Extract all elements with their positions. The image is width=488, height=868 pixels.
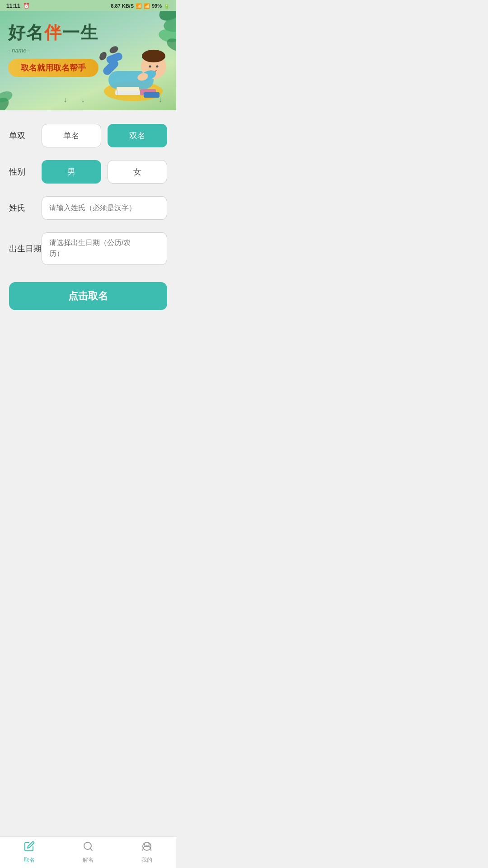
single-name-button[interactable]: 单名 [42, 124, 101, 147]
svg-point-11 [156, 66, 159, 68]
wifi-icon: 📶 [136, 3, 142, 9]
surname-label: 姓氏 [9, 203, 42, 213]
gender-row: 性别 男 女 [9, 160, 167, 184]
double-name-button[interactable]: 双名 [108, 124, 167, 147]
svg-point-10 [149, 66, 151, 68]
form-area: 单双 单名 双名 性别 男 女 姓氏 出生日期 点击取名 [0, 110, 176, 360]
gender-label: 性别 [9, 166, 42, 177]
banner: 好名伴一生 - name - 取名就用取名帮手 ↓ ↓ ↓ [0, 11, 176, 110]
svg-rect-20 [117, 90, 118, 95]
status-bar: 11:11 ⏰ 8.87 KB/S 📶 📶 99% 🔋 [0, 0, 176, 11]
surname-input[interactable] [42, 196, 167, 220]
status-right-area: 8.87 KB/S 📶 📶 99% 🔋 [111, 3, 170, 9]
banner-title-highlight: 伴 [44, 23, 62, 42]
submit-button[interactable]: 点击取名 [9, 282, 167, 310]
banner-title-part1: 好名 [8, 23, 44, 42]
banner-title: 好名伴一生 [8, 24, 99, 42]
single-double-btn-group: 单名 双名 [42, 124, 167, 147]
status-time-area: 11:11 ⏰ [6, 3, 30, 9]
gender-btn-group: 男 女 [42, 160, 167, 184]
surname-row: 姓氏 [9, 196, 167, 220]
banner-title-part2: 一生 [62, 23, 99, 42]
battery-icon: 🔋 [164, 3, 170, 9]
alarm-icon: ⏰ [23, 3, 30, 9]
birthday-label: 出生日期 [9, 243, 42, 254]
boy-illustration [95, 24, 172, 103]
single-double-row: 单双 单名 双名 [9, 124, 167, 147]
bottom-spacer [9, 310, 167, 351]
arrow-deco-3: ↓ [159, 96, 162, 104]
battery-text: 99% [152, 3, 162, 9]
birthday-input[interactable] [42, 232, 167, 265]
single-double-label: 单双 [9, 130, 42, 141]
female-button[interactable]: 女 [108, 160, 167, 184]
male-button[interactable]: 男 [42, 160, 101, 184]
banner-subtitle: - name - [8, 47, 30, 54]
svg-rect-19 [117, 87, 139, 91]
svg-rect-22 [144, 92, 160, 98]
banner-tag: 取名就用取名帮手 [8, 59, 99, 77]
kb-speed: 8.87 KB/S [111, 3, 134, 9]
arrow-deco-2: ↓ [81, 96, 84, 104]
left-leaf-decoration [0, 74, 23, 110]
signal-icon: 📶 [144, 3, 150, 9]
svg-point-9 [142, 50, 165, 62]
arrow-deco-1: ↓ [63, 96, 67, 104]
birthday-row: 出生日期 [9, 232, 167, 265]
status-time: 11:11 [6, 3, 20, 9]
